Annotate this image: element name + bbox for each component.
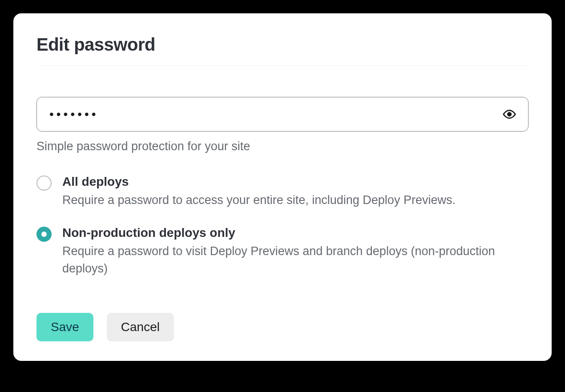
radio-description: Require a password to access your entire…	[62, 192, 529, 209]
password-input[interactable]	[36, 97, 529, 132]
radio-description: Require a password to visit Deploy Previ…	[62, 243, 529, 277]
radio-indicator	[36, 176, 52, 191]
radio-option-all-deploys[interactable]: All deploys Require a password to access…	[36, 175, 529, 209]
radio-label: Non-production deploys only	[62, 226, 529, 240]
radio-content: All deploys Require a password to access…	[62, 175, 529, 209]
cancel-button[interactable]: Cancel	[107, 313, 174, 341]
eye-icon	[503, 108, 516, 121]
save-button[interactable]: Save	[36, 313, 93, 341]
dialog-title: Edit password	[36, 35, 529, 55]
button-row: Save Cancel	[36, 313, 529, 341]
radio-option-non-production[interactable]: Non-production deploys only Require a pa…	[36, 226, 529, 277]
password-field-wrapper	[36, 97, 529, 132]
divider	[36, 65, 529, 66]
radio-indicator	[36, 227, 52, 242]
radio-label: All deploys	[62, 175, 529, 189]
svg-point-0	[508, 112, 511, 116]
deploy-scope-radio-group: All deploys Require a password to access…	[36, 175, 529, 277]
toggle-password-visibility-button[interactable]	[500, 105, 519, 124]
edit-password-card: Edit password Simple password protection…	[13, 13, 552, 361]
password-help-text: Simple password protection for your site	[36, 140, 529, 153]
radio-content: Non-production deploys only Require a pa…	[62, 226, 529, 277]
